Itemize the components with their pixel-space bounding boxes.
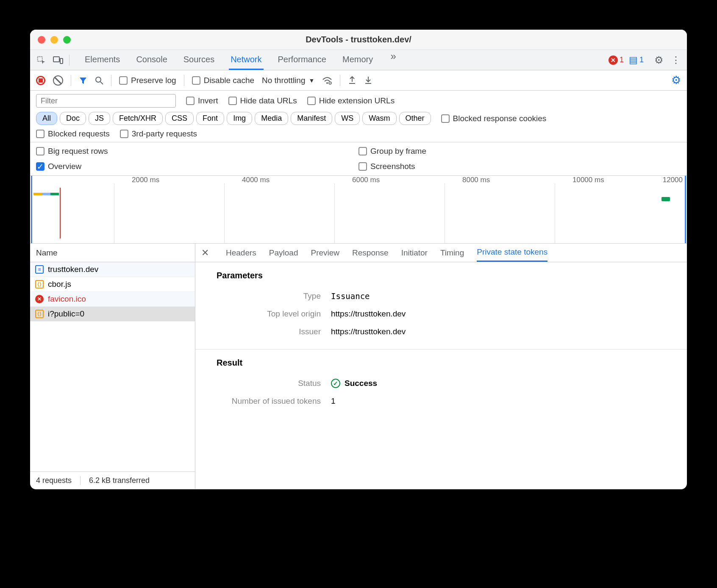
chip-js[interactable]: JS [89,112,110,125]
clear-button[interactable] [53,75,63,86]
error-icon: ✕ [35,295,44,303]
screenshots-checkbox[interactable]: Screenshots [358,162,681,171]
svg-point-5 [326,82,328,84]
script-icon: ⟨⟩ [35,280,44,288]
detail-tab-timing[interactable]: Timing [440,244,464,261]
document-icon: ≡ [35,265,44,274]
inspect-icon[interactable] [35,54,47,66]
timeline-overview[interactable]: 2000 ms 4000 ms 6000 ms 8000 ms 10000 ms… [30,176,687,244]
request-row[interactable]: ✕ favicon.ico [30,292,195,307]
request-list-panel: Name ≡ trusttoken.dev ⟨⟩ cbor.js ✕ favic… [30,244,195,489]
chip-manifest[interactable]: Manifest [291,112,332,125]
chip-media[interactable]: Media [255,112,288,125]
tokens-label: Number of issued tokens [217,397,331,406]
filter-icon[interactable] [79,76,87,85]
request-list: ≡ trusttoken.dev ⟨⟩ cbor.js ✕ favicon.ic… [30,262,195,472]
record-button[interactable] [36,76,45,85]
detail-panel: ✕ Headers Payload Preview Response Initi… [195,244,687,489]
svg-point-3 [96,77,101,82]
chip-all[interactable]: All [36,112,57,125]
filter-input[interactable] [36,94,176,108]
parameters-heading: Parameters [195,271,687,287]
svg-line-4 [100,82,103,84]
request-row[interactable]: ⟨⟩ cbor.js [30,277,195,292]
invert-checkbox[interactable]: Invert [186,96,218,105]
window-title: DevTools - trusttoken.dev/ [30,35,687,44]
third-party-checkbox[interactable]: 3rd-party requests [120,129,197,139]
chip-ws[interactable]: WS [335,112,360,125]
error-badge[interactable]: ✕ 1 [609,55,624,65]
detail-tabs: ✕ Headers Payload Preview Response Initi… [195,244,687,262]
hide-extension-urls-checkbox[interactable]: Hide extension URLs [307,96,395,105]
detail-body: Parameters Type Issuance Top level origi… [195,262,687,489]
big-rows-checkbox[interactable]: Big request rows [36,147,358,156]
name-column-header[interactable]: Name [30,244,195,262]
chip-fetch[interactable]: Fetch/XHR [113,112,163,125]
request-row-selected[interactable]: ⟨⟩ i?public=0 [30,307,195,322]
settings-icon[interactable]: ⚙ [653,54,665,66]
issuer-label: Issuer [217,327,331,336]
timeline-end-handle[interactable] [685,176,686,243]
type-filter-chips: All Doc JS Fetch/XHR CSS Font Img Media … [36,112,431,125]
download-har-icon[interactable] [364,76,372,85]
chip-doc[interactable]: Doc [60,112,86,125]
network-settings-icon[interactable]: ⚙ [671,74,681,87]
svg-rect-2 [60,58,63,64]
error-icon: ✕ [609,55,618,65]
message-icon: ▤ [629,55,638,66]
type-label: Type [217,291,331,301]
throttling-select[interactable]: No throttling ▼ [262,76,314,85]
chevron-down-icon: ▼ [308,77,314,84]
result-heading: Result [195,358,687,374]
more-tabs-icon[interactable]: » [387,50,399,62]
script-icon: ⟨⟩ [35,310,44,318]
device-icon[interactable] [52,54,64,66]
titlebar: DevTools - trusttoken.dev/ [30,30,687,50]
tab-console[interactable]: Console [134,50,169,70]
timeline-load-marker [60,188,61,239]
chip-wasm[interactable]: Wasm [362,112,396,125]
origin-label: Top level origin [217,309,331,319]
detail-tab-headers[interactable]: Headers [226,244,256,261]
network-toolbar: Preserve log Disable cache No throttling… [30,70,687,91]
tab-memory[interactable]: Memory [341,50,375,70]
transferred-size: 6.2 kB transferred [80,476,150,485]
timeline-start-handle[interactable] [31,176,32,243]
origin-value: https://trusttoken.dev [331,309,406,319]
request-row[interactable]: ≡ trusttoken.dev [30,262,195,277]
preserve-log-checkbox[interactable]: Preserve log [119,76,176,85]
parameters-section: Parameters Type Issuance Top level origi… [195,262,687,349]
overview-checkbox[interactable]: ✓Overview [36,162,358,171]
blocked-cookies-checkbox[interactable]: Blocked response cookies [441,114,547,123]
tab-elements[interactable]: Elements [83,50,122,70]
main-tabbar: Elements Console Sources Network Perform… [30,50,687,70]
tab-performance[interactable]: Performance [276,50,328,70]
detail-tab-payload[interactable]: Payload [269,244,298,261]
close-detail-button[interactable]: ✕ [201,247,209,258]
blocked-requests-checkbox[interactable]: Blocked requests [36,129,110,139]
devtools-window: DevTools - trusttoken.dev/ Elements Cons… [30,30,687,489]
tab-network[interactable]: Network [229,50,263,70]
issuer-value: https://trusttoken.dev [331,327,406,336]
status-value: Success [345,379,377,388]
search-icon[interactable] [95,76,103,85]
options-row: Big request rows ✓Overview Group by fram… [30,142,687,176]
hide-data-urls-checkbox[interactable]: Hide data URLs [228,96,297,105]
tab-sources[interactable]: Sources [182,50,216,70]
messages-badge[interactable]: ▤ 1 [629,55,644,66]
chip-img[interactable]: Img [227,112,252,125]
disable-cache-checkbox[interactable]: Disable cache [192,76,254,85]
detail-tab-preview[interactable]: Preview [311,244,340,261]
detail-tab-response[interactable]: Response [352,244,389,261]
chip-css[interactable]: CSS [165,112,194,125]
chip-other[interactable]: Other [399,112,431,125]
chip-font[interactable]: Font [196,112,224,125]
network-conditions-icon[interactable] [322,76,332,85]
main-split: Name ≡ trusttoken.dev ⟨⟩ cbor.js ✕ favic… [30,244,687,489]
group-by-frame-checkbox[interactable]: Group by frame [358,147,681,156]
detail-tab-private-state-tokens[interactable]: Private state tokens [477,244,547,262]
filter-bar: Invert Hide data URLs Hide extension URL… [30,91,687,142]
detail-tab-initiator[interactable]: Initiator [401,244,428,261]
kebab-icon[interactable]: ⋮ [670,54,682,66]
upload-har-icon[interactable] [348,76,356,85]
